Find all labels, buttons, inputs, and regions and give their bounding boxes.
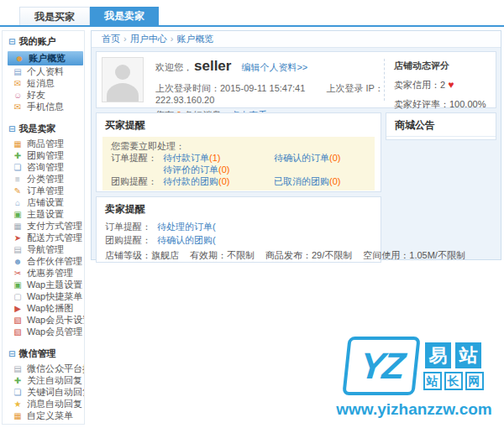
- credit-value: 2: [440, 80, 445, 90]
- pending-payment-orders-link[interactable]: 待付款订单(1): [163, 152, 274, 164]
- watermark-logo: YZ 易 站 站 长 网: [329, 337, 499, 395]
- sidebar-item[interactable]: ▦ 自定义菜单: [3, 410, 84, 421]
- breadcrumb-home-link[interactable]: 首页: [102, 34, 120, 44]
- collapse-icon: ⊟: [8, 125, 15, 133]
- item-icon: ▤: [13, 245, 23, 254]
- sidebar-item[interactable]: ▣ 主题设置: [3, 209, 84, 220]
- item-icon: ☺: [13, 91, 23, 100]
- yz-logo-icon: YZ: [342, 337, 420, 395]
- pending-confirm-groupbuy-link[interactable]: 待确认的团购(: [157, 233, 216, 247]
- sidebar-item[interactable]: ✎ 订单管理: [3, 185, 84, 196]
- item-label: 支付方式管理: [27, 220, 82, 232]
- urgent-label: 您需要立即处理：: [111, 140, 185, 152]
- sidebar-item[interactable]: ▤ 个人资料: [3, 66, 84, 77]
- sidebar-item[interactable]: ❏ 关键词自动回复: [3, 387, 84, 398]
- order-reminder-row2: 待评价的订单(0): [111, 164, 366, 175]
- breadcrumb-current: 账户概览: [176, 34, 213, 44]
- seller-reminder-title: 卖家提醒: [97, 197, 381, 220]
- sidebar-item[interactable]: ▦ 支付方式管理: [3, 221, 84, 232]
- item-icon: ▤: [13, 67, 23, 76]
- sidebar-item[interactable]: ▦ 商品管理: [3, 138, 84, 149]
- sidebar-item[interactable]: ⌂ 店铺设置: [3, 197, 84, 208]
- sidebar: ⊟ 我的账户 ☻ 账户概览 ▤ 个人资料 ✉ 短消息: [2, 30, 85, 425]
- username: seller: [194, 58, 231, 74]
- breadcrumb-usercenter-link[interactable]: 用户中心: [130, 34, 167, 44]
- praise-rate-label: 卖家好评率：: [394, 99, 449, 109]
- sidebar-item[interactable]: ☻ 合作伙伴管理: [3, 256, 84, 267]
- item-icon: ▧: [13, 316, 23, 325]
- sidebar-item[interactable]: ▤ 微信公众平台接口: [3, 363, 84, 374]
- item-icon: ☻: [13, 257, 23, 266]
- shop-rating-title: 店铺动态评分: [394, 60, 496, 72]
- item-icon: ✉: [13, 102, 23, 112]
- sidebar-item[interactable]: ☺ 好友: [3, 90, 84, 101]
- right-column: 商城公告: [386, 112, 496, 255]
- section-title: 微信管理: [18, 347, 55, 360]
- left-column: 买家提醒 您需要立即处理： 订单提醒： 待付款订单(1) 待确认的订单(0) 待…: [96, 112, 381, 255]
- section-title: 我的账户: [18, 35, 55, 48]
- shop-level-stat: 店铺等级：旗舰店: [105, 249, 179, 262]
- sidebar-item[interactable]: ★ 消息自动回复: [3, 399, 84, 410]
- section-title: 我是卖家: [18, 123, 55, 135]
- sidebar-section-header[interactable]: ⊟ 我是卖家: [3, 118, 84, 138]
- collapse-icon: ⊟: [8, 350, 15, 358]
- last-login-ip: 222.93.160.20: [155, 95, 214, 105]
- sidebar-item[interactable]: ✚ 关注自动回复: [3, 375, 84, 386]
- item-label: 商品管理: [27, 138, 64, 150]
- sidebar-item[interactable]: ✚ 团购管理: [3, 150, 84, 161]
- pending-confirm-orders-link[interactable]: 待确认的订单(0): [274, 152, 385, 164]
- item-label: 配送方式管理: [27, 232, 82, 244]
- breadcrumb: 首页›用户中心›账户概览: [92, 31, 501, 48]
- sidebar-item[interactable]: ➤ 配送方式管理: [3, 232, 84, 243]
- watermark-brand: 易 站 站 长 网: [423, 342, 484, 390]
- item-label: 优惠券管理: [27, 267, 73, 279]
- item-label: 手机信息: [27, 101, 64, 113]
- item-icon: ▶: [13, 304, 23, 313]
- tab-seller[interactable]: 我是卖家: [90, 7, 159, 25]
- sidebar-item[interactable]: ✉ 手机信息: [3, 102, 84, 112]
- sidebar-item[interactable]: ▶ Wap轮播图: [3, 303, 84, 314]
- pending-process-orders-link[interactable]: 待处理的订单(: [157, 220, 216, 233]
- sidebar-item[interactable]: ▣ Wap主题设置: [3, 279, 84, 290]
- content-columns: 买家提醒 您需要立即处理： 订单提醒： 待付款订单(1) 待确认的订单(0) 待…: [96, 112, 496, 255]
- edit-profile-link[interactable]: 编辑个人资料>>: [241, 62, 307, 72]
- breadcrumb-separator: ›: [171, 34, 174, 44]
- sidebar-item[interactable]: ▤ 导航管理: [3, 244, 84, 255]
- sidebar-item[interactable]: ☻ 账户概览: [8, 51, 83, 65]
- brand-char: 站: [423, 372, 442, 390]
- brand-char: 网: [465, 372, 484, 390]
- sidebar-item[interactable]: ✉ 短消息: [3, 78, 84, 89]
- sidebar-item[interactable]: ≡ 分类管理: [3, 174, 84, 185]
- item-label: 店铺设置: [27, 196, 64, 209]
- count-badge: (1): [209, 153, 220, 163]
- sidebar-section-header[interactable]: ⊟ 我的账户: [3, 31, 84, 50]
- item-icon: ✎: [13, 186, 23, 196]
- seller-group-row: 团购提醒： 待确认的团购(: [97, 233, 381, 247]
- praise-rate-line: 卖家好评率：100.00%: [394, 98, 496, 111]
- yz-logo-text: YZ: [358, 345, 404, 387]
- pending-review-orders-link[interactable]: 待评价的订单(0): [163, 164, 274, 175]
- validity-stat: 有效期：不限制: [190, 249, 255, 262]
- item-icon: ✚: [13, 376, 23, 385]
- sidebar-item[interactable]: ❏ 咨询管理: [3, 162, 84, 173]
- sidebar-item[interactable]: ✂ 优惠券管理: [3, 268, 84, 279]
- watermark: YZ 易 站 站 长 网 www.yizhanzzw.com: [329, 337, 499, 419]
- mall-announcement-box: 商城公告: [386, 112, 496, 140]
- cancelled-groupbuy-link[interactable]: 已取消的团购(0): [274, 175, 385, 187]
- last-login-time-label: 上次登录时间：: [155, 83, 220, 93]
- buyer-reminder-body: 您需要立即处理： 订单提醒： 待付款订单(1) 待确认的订单(0) 待评价的订单…: [102, 137, 375, 191]
- item-label: 账户概览: [29, 52, 66, 65]
- sidebar-item[interactable]: ▧ Wap会员卡设置: [3, 315, 84, 326]
- pending-payment-groupbuy-link[interactable]: 待付款的团购(0): [163, 175, 274, 187]
- group-reminder-label: 团购提醒：: [111, 175, 163, 187]
- item-icon: ▧: [13, 327, 23, 337]
- sidebar-item[interactable]: ▢ Wap快捷菜单: [3, 291, 84, 302]
- sidebar-section-header[interactable]: ⊟ 微信管理: [3, 343, 84, 363]
- top-tab-bar: 我是买家 我是卖家: [0, 7, 504, 27]
- login-info-line: 上次登录时间：2015-09-11 15:47:41 上次登录 IP：222.9…: [155, 82, 384, 105]
- item-icon: ▣: [13, 210, 23, 219]
- tab-buyer[interactable]: 我是买家: [19, 7, 90, 25]
- count-badge: (0): [329, 176, 340, 186]
- item-label: 微信公众平台接口: [27, 363, 85, 375]
- sidebar-item[interactable]: ▧ Wap会员管理: [3, 326, 84, 337]
